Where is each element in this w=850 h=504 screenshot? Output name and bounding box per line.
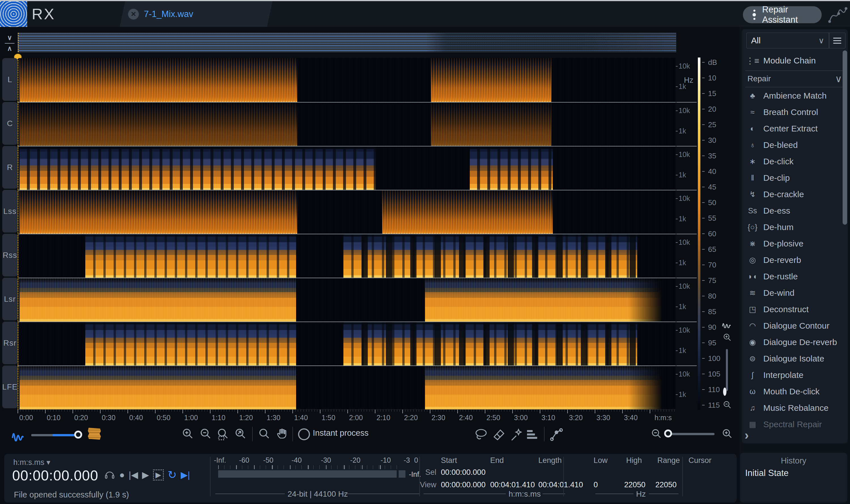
module-item[interactable]: ⊜ Dialogue Isolate: [742, 350, 848, 367]
channel-label[interactable]: C: [2, 102, 18, 145]
time-tick-label: 1:00: [184, 414, 198, 422]
module-item[interactable]: ◳ Deconstruct: [742, 301, 848, 318]
adjust-levels-tool[interactable]: [527, 430, 537, 439]
zoom-out-icon[interactable]: [199, 427, 212, 440]
spectrogram-row-Rsr[interactable]: [18, 322, 676, 365]
view-high-value[interactable]: 22050: [624, 481, 646, 489]
h-zoom-knob[interactable]: [664, 430, 672, 437]
time-format-selector[interactable]: h:m:s.ms ▾: [13, 458, 51, 467]
instant-process-toggle[interactable]: [298, 428, 310, 440]
collapse-overview-icon[interactable]: ∨──∧: [3, 33, 16, 52]
sel-start-value[interactable]: 00:00:00.000: [441, 468, 486, 477]
wave-spect-blend-knob[interactable]: [74, 431, 82, 438]
play-button[interactable]: ▶: [142, 469, 149, 480]
module-item[interactable]: ♁ De-bleed: [742, 137, 848, 153]
repair-assistant-button[interactable]: Repair Assistant: [743, 6, 822, 23]
zoom-selection-icon[interactable]: [216, 427, 230, 440]
repair-assistant-label: Repair Assistant: [762, 4, 822, 25]
spectrogram-row-R[interactable]: [18, 146, 676, 190]
signal-flow-icon[interactable]: [828, 6, 848, 24]
channel-label[interactable]: Rsr: [2, 322, 18, 364]
module-panel: All ∨ ⋮≡ Module Chain Repair ∨ ♣ Ambienc…: [740, 27, 850, 504]
channel-label[interactable]: LFE: [2, 365, 18, 408]
view-range-value[interactable]: 22050: [655, 481, 676, 489]
module-item[interactable]: {○} De-hum: [742, 219, 848, 235]
module-item[interactable]: ≋ De-wind: [742, 285, 848, 301]
vertical-zoom-knob[interactable]: [723, 389, 726, 394]
go-to-start-button[interactable]: |◀: [129, 469, 138, 480]
view-length-value[interactable]: 00:04:01.410: [538, 481, 583, 489]
view-low-value[interactable]: 0: [594, 481, 598, 489]
spectrogram-display[interactable]: [18, 58, 676, 410]
panel-menu-button[interactable]: [829, 33, 846, 49]
play-to-end-button[interactable]: ▶|: [181, 469, 190, 480]
channel-label[interactable]: Lsr: [2, 277, 18, 320]
file-tab-content[interactable]: ✕ 7-1_Mix.wav: [128, 1, 270, 27]
hand-tool-icon[interactable]: [275, 427, 288, 440]
history-entry[interactable]: Initial State: [745, 468, 789, 478]
brush-selection-tool[interactable]: [492, 427, 507, 442]
meter-clip-indicator[interactable]: [399, 470, 405, 478]
module-item[interactable]: ◠ Dialogue Contour: [742, 318, 848, 334]
freq-tick-1k: 1k: [679, 171, 686, 179]
h-zoom-slider[interactable]: [666, 433, 715, 435]
panel-scrollbar[interactable]: [843, 50, 847, 225]
module-filter-select[interactable]: All ∨: [746, 33, 829, 49]
magic-wand-tool[interactable]: [509, 427, 524, 442]
module-label: De-bleed: [763, 140, 798, 150]
module-chain-item[interactable]: ⋮≡ Module Chain: [742, 52, 848, 69]
module-item[interactable]: ∫ Interpolate: [742, 367, 848, 383]
module-item[interactable]: ‖ De-clip: [742, 170, 848, 186]
playhead-time-display[interactable]: 00:00:00.000: [12, 467, 98, 484]
waveform-toggle-icon[interactable]: [11, 428, 25, 442]
audio-energy-segment: [343, 234, 637, 277]
spectrogram-row-C[interactable]: [18, 102, 676, 146]
channel-label[interactable]: Lss: [2, 190, 18, 233]
vertical-zoom-in-icon[interactable]: [723, 332, 732, 343]
module-item[interactable]: ♫ Music Rebalance: [742, 400, 848, 416]
spectrogram-row-L[interactable]: [18, 58, 676, 102]
module-item[interactable]: ⋇ De-plosive: [742, 235, 848, 252]
module-item[interactable]: ◉ Dialogue De-reverb: [742, 334, 848, 350]
loop-button[interactable]: ↻: [168, 469, 177, 481]
magnify-tool-icon[interactable]: [258, 427, 271, 440]
signal-chain-icon[interactable]: [549, 427, 564, 442]
view-start-value[interactable]: 00:00:00.000: [441, 481, 486, 489]
spectrogram-toggle-icon[interactable]: [88, 428, 101, 440]
spectrogram-row-Lss[interactable]: [18, 190, 676, 234]
vertical-zoom-slider[interactable]: [726, 349, 728, 391]
module-item[interactable]: ≈ Breath Control: [742, 104, 848, 121]
h-zoom-in-icon[interactable]: [721, 428, 733, 440]
lasso-selection-tool[interactable]: [474, 427, 488, 442]
db-tick: 100: [702, 354, 725, 363]
overview-minimap[interactable]: [18, 33, 676, 52]
module-item[interactable]: ∗ De-click: [742, 153, 848, 170]
collapse-panel-button[interactable]: ›: [745, 428, 779, 442]
spectrogram-row-LFE[interactable]: [18, 365, 676, 409]
record-button[interactable]: ●: [119, 470, 125, 480]
vertical-zoom-out-icon[interactable]: [723, 400, 732, 411]
spectrogram-row-Rss[interactable]: [18, 234, 676, 277]
module-item[interactable]: ◎ De-reverb: [742, 252, 848, 268]
channel-label[interactable]: Rss: [2, 234, 18, 276]
module-item[interactable]: ♣ Ambience Match: [742, 88, 848, 104]
time-ruler[interactable]: 0:000:100:200:300:400:501:001:101:201:30…: [18, 410, 676, 423]
tab-filename[interactable]: 7-1_Mix.wav: [144, 9, 193, 19]
channel-label[interactable]: L: [2, 58, 18, 101]
spectrogram-row-Lsr[interactable]: [18, 277, 676, 322]
tab-close-icon[interactable]: ✕: [128, 9, 139, 20]
monitor-icon[interactable]: [104, 469, 115, 481]
category-header-repair[interactable]: Repair ∨: [742, 71, 848, 86]
view-end-value[interactable]: 00:04:01.410: [490, 481, 535, 489]
zoom-fit-icon[interactable]: [234, 427, 247, 440]
module-item[interactable]: ◐ Center Extract: [742, 121, 848, 137]
module-item[interactable]: Ss De-ess: [742, 202, 848, 219]
channel-label[interactable]: R: [2, 146, 18, 189]
module-item[interactable]: ↯ De-crackle: [742, 186, 848, 202]
h-zoom-out-icon[interactable]: [651, 428, 663, 440]
play-selection-button[interactable]: ▶: [153, 469, 164, 481]
zoom-in-icon[interactable]: [181, 427, 194, 440]
module-item[interactable]: ◗◖ De-rustle: [742, 268, 848, 285]
module-item[interactable]: ω Mouth De-click: [742, 383, 848, 400]
waveform-view-icon[interactable]: [721, 320, 733, 329]
